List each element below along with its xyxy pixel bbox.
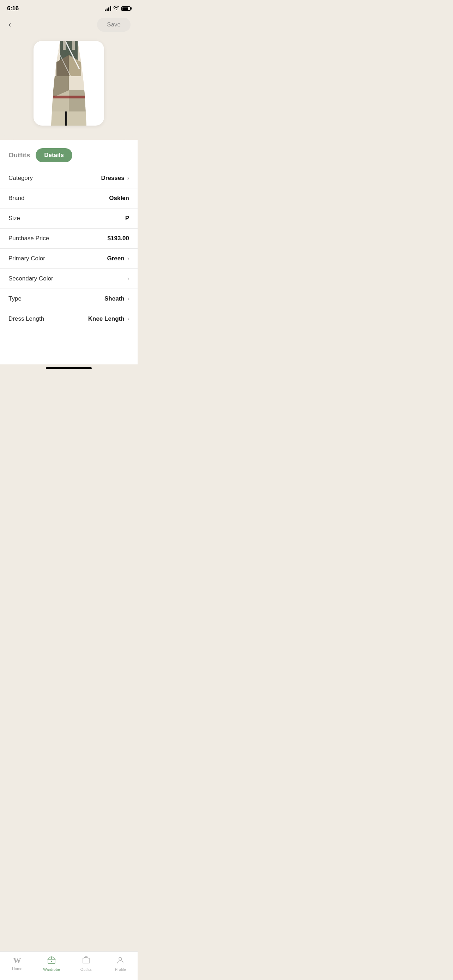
- svg-rect-4: [69, 76, 85, 90]
- value-primary-color: Green ›: [107, 255, 129, 262]
- chevron-category: ›: [127, 175, 129, 181]
- detail-row-dress-length[interactable]: Dress Length Knee Length ›: [0, 309, 138, 329]
- chevron-dress-length: ›: [127, 316, 129, 322]
- svg-rect-13: [72, 41, 75, 50]
- signal-icon: [105, 6, 111, 11]
- status-icons: [105, 6, 130, 11]
- detail-row-secondary-color[interactable]: Secondary Color ›: [0, 269, 138, 289]
- value-secondary-color: ›: [127, 275, 129, 282]
- hero-section: [0, 37, 138, 140]
- wifi-icon: [113, 6, 119, 11]
- svg-rect-7: [53, 95, 85, 99]
- tab-outfits[interactable]: Outfits: [8, 151, 30, 159]
- value-dress-length: Knee Length ›: [88, 315, 129, 323]
- detail-row-price[interactable]: Purchase Price $193.00: [0, 229, 138, 249]
- chevron-type: ›: [127, 296, 129, 302]
- label-price: Purchase Price: [8, 235, 49, 242]
- dress-image: [33, 41, 104, 126]
- label-category: Category: [8, 175, 33, 182]
- chevron-primary-color: ›: [127, 255, 129, 262]
- chevron-secondary-color: ›: [127, 275, 129, 282]
- page-container: 6:16 ‹ Save: [0, 0, 138, 369]
- label-type: Type: [8, 295, 22, 302]
- svg-rect-12: [63, 41, 66, 50]
- dress-card: [33, 41, 104, 126]
- back-button[interactable]: ‹: [7, 19, 12, 31]
- value-price: $193.00: [108, 235, 129, 242]
- detail-row-type[interactable]: Type Sheath ›: [0, 289, 138, 309]
- value-type: Sheath ›: [105, 295, 129, 302]
- detail-row-size[interactable]: Size P: [0, 208, 138, 229]
- nav-header: ‹ Save: [0, 15, 138, 37]
- label-size: Size: [8, 215, 20, 222]
- status-bar: 6:16: [0, 0, 138, 15]
- detail-row-category[interactable]: Category Dresses ›: [0, 168, 138, 188]
- detail-row-brand[interactable]: Brand Osklen: [0, 188, 138, 208]
- label-secondary-color: Secondary Color: [8, 275, 53, 282]
- tab-details[interactable]: Details: [36, 148, 72, 162]
- svg-rect-11: [65, 111, 67, 126]
- battery-icon: [121, 6, 130, 11]
- svg-rect-10: [51, 111, 86, 126]
- status-time: 6:16: [7, 5, 19, 12]
- label-primary-color: Primary Color: [8, 255, 45, 262]
- save-button[interactable]: Save: [97, 18, 130, 32]
- home-indicator: [46, 367, 92, 369]
- tabs-section: Outfits Details: [0, 140, 138, 168]
- value-category: Dresses ›: [101, 175, 129, 182]
- value-brand: Osklen: [109, 195, 129, 202]
- svg-marker-5: [69, 90, 86, 111]
- label-brand: Brand: [8, 195, 24, 202]
- value-size: P: [125, 215, 129, 222]
- label-dress-length: Dress Length: [8, 315, 44, 323]
- detail-row-primary-color[interactable]: Primary Color Green ›: [0, 249, 138, 269]
- main-content: Outfits Details Category Dresses › Brand…: [0, 140, 138, 364]
